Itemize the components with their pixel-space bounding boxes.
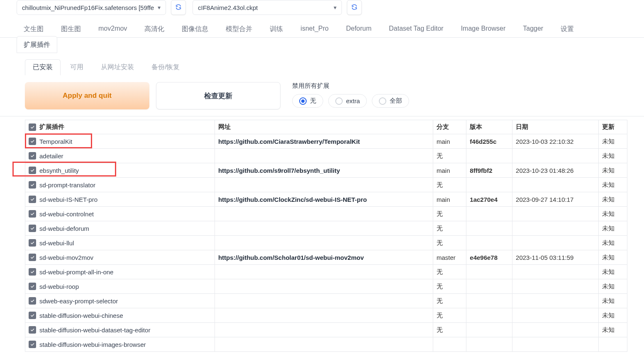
extension-date [512, 207, 599, 221]
row-checkbox[interactable] [29, 138, 36, 145]
main-tab-3[interactable]: 高清化 [137, 20, 171, 38]
main-tab-12[interactable]: 设置 [554, 20, 581, 38]
extension-version [466, 221, 512, 236]
extension-version [466, 323, 512, 337]
main-tab-7[interactable]: isnet_Pro [293, 20, 336, 38]
disable-radio-0[interactable]: 无 [292, 94, 323, 108]
model-select-2[interactable]: cIF8Anime2.43ol.ckpt ▾ [193, 0, 342, 15]
extension-name: stable-diffusion-webui-chinese [39, 312, 123, 319]
extension-date [512, 323, 599, 337]
main-tab-1[interactable]: 图生图 [54, 20, 88, 38]
extension-name: sd-webui-llul [39, 240, 74, 247]
main-tab-9[interactable]: Dataset Tag Editor [382, 20, 450, 38]
radio-label: 无 [310, 97, 316, 105]
row-checkbox[interactable] [29, 196, 36, 203]
main-tab-2[interactable]: mov2mov [91, 20, 134, 38]
radio-circle [299, 97, 307, 105]
model-select-1[interactable]: chilloutmix_NiPrunedFp16Fix.safetensors … [17, 0, 166, 15]
main-tab-11[interactable]: Tagger [516, 20, 550, 38]
th-name: 扩展插件 [25, 120, 215, 134]
table-row: sd-webui-roop无未知 [25, 279, 627, 294]
row-checkbox[interactable] [29, 210, 36, 218]
sub-tab-0[interactable]: 已安装 [25, 59, 61, 75]
disable-radio-1[interactable]: extra [328, 94, 367, 108]
extension-update: 未知 [598, 265, 627, 279]
th-name-text: 扩展插件 [39, 123, 64, 131]
extension-date [512, 236, 599, 250]
row-checkbox[interactable] [29, 341, 36, 348]
row-checkbox[interactable] [29, 225, 36, 232]
th-url: 网址 [215, 120, 433, 134]
main-tab-extensions[interactable]: 扩展插件 [17, 36, 57, 53]
row-checkbox[interactable] [29, 239, 36, 247]
extension-name: sd-webui-deforum [39, 225, 89, 232]
row-checkbox[interactable] [29, 268, 36, 276]
extension-url: https://github.com/ClockZinc/sd-webui-IS… [215, 192, 433, 207]
check-updates-button[interactable]: 检查更新 [156, 82, 281, 109]
row-checkbox[interactable] [29, 167, 36, 174]
extension-branch: 无 [433, 207, 466, 221]
radio-label: 全部 [390, 97, 402, 105]
main-tab-6[interactable]: 训练 [263, 20, 290, 38]
extension-update: 未知 [598, 192, 627, 207]
extension-name: TemporalKit [39, 138, 72, 145]
select-all-checkbox[interactable] [29, 123, 36, 131]
extension-date [512, 149, 599, 163]
extension-update: 未知 [598, 149, 627, 163]
extension-name: sdweb-easy-prompt-selector [39, 298, 118, 305]
extension-name: ebsynth_utility [39, 167, 79, 174]
extension-update: 未知 [598, 279, 627, 294]
extension-branch: 无 [433, 323, 466, 337]
refresh-model-2-button[interactable] [347, 0, 362, 15]
th-update: 更新 [598, 120, 627, 134]
extensions-table: 扩展插件 网址 分支 版本 日期 更新 TemporalKithttps://g… [25, 120, 627, 352]
extension-update: 未知 [598, 163, 627, 178]
sub-tab-1[interactable]: 可用 [62, 59, 91, 75]
extension-update: 未知 [598, 134, 627, 149]
row-checkbox[interactable] [29, 326, 36, 334]
extension-date [512, 221, 599, 236]
extension-name: sd-webui-IS-NET-pro [39, 196, 98, 203]
row-checkbox[interactable] [29, 283, 36, 290]
table-row: sd-webui-prompt-all-in-one无未知 [25, 265, 627, 279]
extension-url [215, 221, 433, 236]
extension-url [215, 279, 433, 294]
main-tab-8[interactable]: Deforum [339, 20, 378, 38]
extension-url [215, 294, 433, 308]
extension-date [512, 178, 599, 192]
table-row: stable-diffusion-webui-chinese无未知 [25, 308, 627, 323]
main-tab-0[interactable]: 文生图 [17, 20, 51, 38]
extension-version [466, 207, 512, 221]
main-tab-10[interactable]: Image Browser [454, 20, 513, 38]
extension-name: sd-prompt-translator [39, 182, 95, 189]
extension-version [466, 294, 512, 308]
extension-version: e4e96e78 [466, 250, 512, 265]
row-checkbox[interactable] [29, 181, 36, 189]
sub-tab-3[interactable]: 备份/恢复 [144, 59, 188, 75]
extension-date: 2023-11-05 03:11:59 [512, 250, 599, 265]
sub-tab-2[interactable]: 从网址安装 [93, 59, 142, 75]
disable-radio-2[interactable]: 全部 [372, 94, 409, 108]
radio-circle [335, 97, 343, 105]
th-branch: 分支 [433, 120, 466, 134]
table-row: sd-webui-controlnet无未知 [25, 207, 627, 221]
extension-branch: 无 [433, 149, 466, 163]
extension-update: 未知 [598, 178, 627, 192]
disable-all-extensions-label: 禁用所有扩展 [292, 82, 409, 90]
extension-url [215, 337, 433, 352]
extension-url [215, 149, 433, 163]
extension-date: 2023-10-23 01:48:26 [512, 163, 599, 178]
row-checkbox[interactable] [29, 254, 36, 261]
th-version: 版本 [466, 120, 512, 134]
refresh-model-1-button[interactable] [171, 0, 186, 15]
main-tab-5[interactable]: 模型合并 [219, 20, 259, 38]
row-checkbox[interactable] [29, 152, 36, 160]
extension-url [215, 236, 433, 250]
row-checkbox[interactable] [29, 312, 36, 319]
extension-version [466, 337, 512, 352]
extension-version: 1ac270e4 [466, 192, 512, 207]
row-checkbox[interactable] [29, 297, 36, 305]
apply-and-quit-button[interactable]: Apply and quit [25, 82, 149, 109]
main-tab-4[interactable]: 图像信息 [175, 20, 215, 38]
refresh-icon [351, 4, 358, 12]
